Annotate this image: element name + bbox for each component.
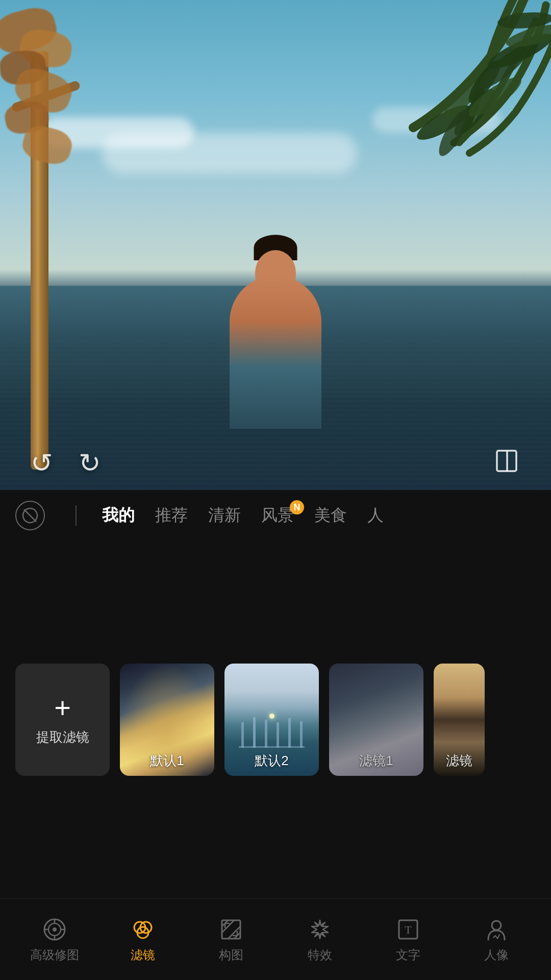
new-badge: N [290,500,304,514]
bottom-nav: 高级修图 滤镜 构图 [0,898,551,980]
filter-default2-label: 默认2 [224,752,319,770]
filter-lens2[interactable]: 滤镜 [434,664,485,776]
svg-text:T: T [405,923,412,936]
extract-label: 提取滤镜 [36,728,89,746]
palm-tree-right [372,0,551,306]
tree-left [0,0,82,470]
filter-default2[interactable]: 默认2 [224,664,319,776]
nav-effect-label: 特效 [308,947,332,963]
svg-line-13 [24,509,36,522]
filter-lens1[interactable]: 滤镜1 [329,664,423,776]
nav-filter[interactable]: 滤镜 [112,916,173,963]
nav-compose[interactable]: 构图 [201,916,262,963]
redo-button[interactable]: ↻ [79,448,101,480]
filter-lens2-label: 滤镜 [434,752,485,770]
filter-thumbnails: + 提取滤镜 默认1 [0,541,551,898]
tab-recommend[interactable]: 推荐 [145,500,198,531]
photo-canvas: ↺ ↻ [0,0,551,490]
filter-default1-label: 默认1 [120,752,214,770]
nav-effect[interactable]: 特效 [289,916,350,963]
tab-fresh[interactable]: 清新 [198,500,251,531]
no-filter-button[interactable] [15,501,45,530]
undo-button[interactable]: ↺ [31,448,53,480]
nav-compose-label: 构图 [219,947,243,963]
nav-advanced[interactable]: 高级修图 [24,916,85,963]
bottom-panel: 我的 推荐 清新 风景 N 美食 人 + 提取滤镜 默认1 [0,490,551,980]
svg-point-27 [492,921,501,930]
nav-filter-label: 滤镜 [131,947,155,963]
tab-portrait-category[interactable]: 人 [357,500,394,531]
nav-advanced-label: 高级修图 [30,947,79,963]
svg-point-16 [53,927,57,932]
tab-divider [76,505,77,526]
tab-food[interactable]: 美食 [304,500,357,531]
filter-default1[interactable]: 默认1 [120,664,214,776]
nav-text-label: 文字 [396,947,420,963]
filter-extract[interactable]: + 提取滤镜 [15,664,110,776]
tab-landscape[interactable]: 风景 N [251,500,304,531]
nav-portrait-label: 人像 [484,947,509,963]
person-in-pool [219,235,332,429]
filter-lens1-label: 滤镜1 [329,752,423,770]
filter-tabs: 我的 推荐 清新 风景 N 美食 人 [0,490,551,541]
extract-plus-icon: + [54,694,71,722]
compare-button[interactable] [494,448,520,480]
tab-mine[interactable]: 我的 [92,500,145,531]
nav-portrait[interactable]: 人像 [466,916,527,963]
nav-text[interactable]: T 文字 [378,916,439,963]
